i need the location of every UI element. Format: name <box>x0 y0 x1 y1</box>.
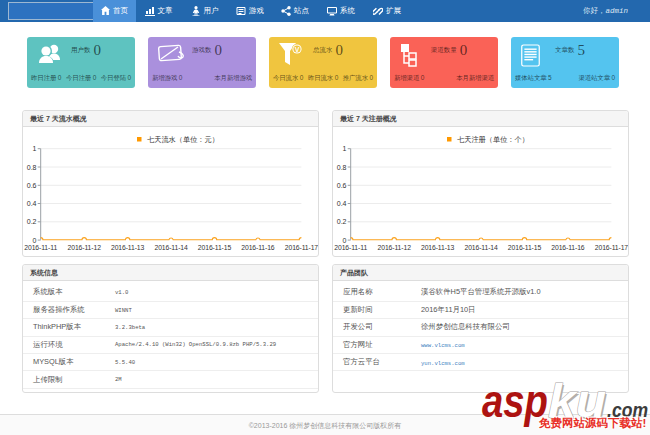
svg-text:2016-11-12: 2016-11-12 <box>378 244 412 251</box>
svg-text:2016-11-12: 2016-11-12 <box>68 244 102 251</box>
svg-text:2016-11-13: 2016-11-13 <box>111 244 145 251</box>
svg-text:七天流水（单位：元）: 七天流水（单位：元） <box>147 135 219 144</box>
svg-text:2016-11-15: 2016-11-15 <box>508 244 542 251</box>
svg-text:0.8: 0.8 <box>27 164 37 171</box>
svg-text:0.2: 0.2 <box>337 218 347 225</box>
svg-text:0.6: 0.6 <box>27 182 37 189</box>
svg-text:1: 1 <box>33 145 37 152</box>
svg-text:七天注册（单位：个）: 七天注册（单位：个） <box>457 135 529 144</box>
svg-text:1: 1 <box>343 145 347 152</box>
svg-text:0.4: 0.4 <box>337 200 347 207</box>
svg-text:0.6: 0.6 <box>337 182 347 189</box>
svg-text:0.8: 0.8 <box>337 164 347 171</box>
svg-text:0.2: 0.2 <box>27 218 37 225</box>
svg-text:2016-11-17: 2016-11-17 <box>285 244 318 251</box>
svg-text:2016-11-14: 2016-11-14 <box>464 244 498 251</box>
svg-text:2016-11-16: 2016-11-16 <box>241 244 275 251</box>
svg-text:2016-11-11: 2016-11-11 <box>24 244 57 251</box>
svg-text:2016-11-16: 2016-11-16 <box>551 244 585 251</box>
svg-text:2016-11-11: 2016-11-11 <box>334 244 367 251</box>
svg-text:2016-11-15: 2016-11-15 <box>198 244 232 251</box>
svg-text:2016-11-13: 2016-11-13 <box>421 244 455 251</box>
svg-text:0.4: 0.4 <box>27 200 37 207</box>
svg-text:2016-11-14: 2016-11-14 <box>154 244 188 251</box>
svg-text:2016-11-17: 2016-11-17 <box>595 244 628 251</box>
